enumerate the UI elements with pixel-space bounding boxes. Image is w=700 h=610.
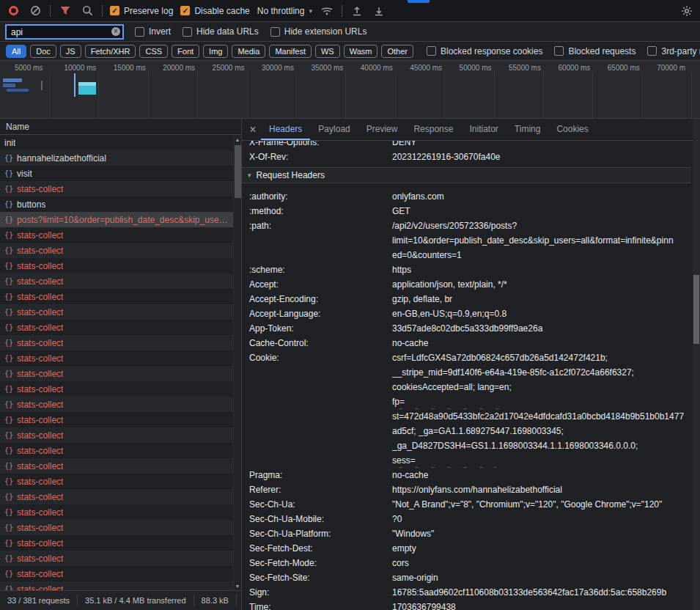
- tab-initiator[interactable]: Initiator: [461, 119, 506, 140]
- request-row[interactable]: {}stats-collect: [0, 366, 233, 381]
- export-har-button[interactable]: [372, 4, 386, 18]
- tab-headers[interactable]: Headers: [261, 119, 310, 140]
- header-name: Referer:: [249, 482, 392, 497]
- details-scrollbar[interactable]: [693, 119, 700, 610]
- close-details-button[interactable]: ×: [245, 123, 261, 136]
- request-row[interactable]: {}buttons: [0, 196, 233, 212]
- request-row[interactable]: {}stats-collect: [0, 350, 233, 366]
- scrollbar-thumb[interactable]: [235, 145, 241, 198]
- filter-chip-css[interactable]: CSS: [139, 45, 168, 58]
- header-name: Sec-Ch-Ua-Platform:: [249, 526, 392, 541]
- request-row[interactable]: init: [0, 135, 233, 150]
- request-row[interactable]: {}stats-collect: [0, 458, 233, 474]
- overview-gridline: [494, 71, 495, 118]
- request-row[interactable]: {}stats-collect: [0, 427, 233, 443]
- request-row[interactable]: {}stats-collect: [0, 443, 233, 458]
- request-row[interactable]: {}stats-collect: [0, 489, 233, 504]
- network-toolbar: ✓ Preserve log ✓ Disable cache No thrott…: [0, 0, 700, 22]
- column-header-name[interactable]: Name: [0, 119, 241, 135]
- invert-checkbox[interactable]: Invert: [135, 26, 171, 37]
- filter-chip-ws[interactable]: WS: [315, 45, 340, 58]
- filter-input[interactable]: [6, 25, 123, 39]
- network-conditions-button[interactable]: [320, 4, 334, 18]
- disable-cache-checkbox[interactable]: ✓ Disable cache: [180, 6, 249, 16]
- overview-activity-bar: [7, 89, 29, 92]
- filter-chip-fetch-xhr[interactable]: Fetch/XHR: [85, 45, 136, 58]
- request-row[interactable]: {}stats-collect: [0, 273, 233, 289]
- filter-chip-wasm[interactable]: Wasm: [344, 45, 378, 58]
- requests-scrollbar[interactable]: ▲ ▼: [233, 136, 241, 590]
- request-row[interactable]: {}stats-collect: [0, 581, 233, 590]
- clear-button[interactable]: [28, 4, 43, 18]
- request-row[interactable]: {}stats-collect: [0, 335, 233, 350]
- request-row[interactable]: {}hannahelizabethofficial: [0, 150, 233, 166]
- checkbox-3rd-party-requests[interactable]: 3rd-party requests: [647, 46, 700, 56]
- record-button[interactable]: [6, 4, 21, 18]
- filter-chip-font[interactable]: Font: [172, 45, 199, 58]
- checkbox-unchecked-icon: [647, 46, 657, 56]
- settings-button[interactable]: [679, 4, 694, 18]
- header-row: X-Frame-Options:DENY: [242, 141, 691, 150]
- request-row[interactable]: {}stats-collect: [0, 320, 233, 335]
- header-row: X-Of-Rev:202312261916-30670fa40e: [242, 150, 691, 164]
- filter-chip-all[interactable]: All: [6, 45, 26, 58]
- request-row[interactable]: {}stats-collect: [0, 566, 233, 581]
- header-value: cors: [392, 556, 691, 570]
- request-row[interactable]: {}posts?limit=10&order=publish_date_desc…: [0, 212, 233, 227]
- request-row[interactable]: {}stats-collect: [0, 535, 233, 551]
- request-row[interactable]: {}stats-collect: [0, 520, 233, 535]
- request-headers-section[interactable]: ▾ Request Headers: [242, 167, 691, 183]
- request-name: stats-collect: [17, 554, 63, 564]
- request-row[interactable]: {}stats-collect: [0, 474, 233, 489]
- scroll-down-icon[interactable]: ▼: [235, 582, 240, 590]
- filter-chip-manifest[interactable]: Manifest: [269, 45, 312, 58]
- header-name: :method:: [249, 204, 392, 218]
- clear-filter-icon[interactable]: ×: [111, 27, 120, 36]
- header-value: 16785:5aad9602cf110608b03133de563642fac1…: [392, 585, 691, 600]
- tab-payload[interactable]: Payload: [310, 119, 358, 140]
- request-row[interactable]: {}stats-collect: [0, 412, 233, 427]
- preserve-log-checkbox[interactable]: ✓ Preserve log: [110, 6, 173, 16]
- request-row[interactable]: {}stats-collect: [0, 289, 233, 304]
- tab-cookies[interactable]: Cookies: [548, 119, 596, 140]
- header-name: Sec-Ch-Ua-Mobile:: [249, 512, 392, 526]
- scrollbar-thumb[interactable]: [693, 275, 699, 344]
- request-row[interactable]: {}stats-collect: [0, 381, 233, 397]
- header-name: Cache-Control:: [249, 336, 392, 350]
- filter-chip-doc[interactable]: Doc: [30, 45, 56, 58]
- request-row[interactable]: {}stats-collect: [0, 227, 233, 243]
- throttling-dropdown[interactable]: No throttling ▾: [257, 6, 312, 16]
- tab-preview[interactable]: Preview: [358, 119, 406, 140]
- request-name: stats-collect: [17, 400, 63, 410]
- header-value: en-GB,en-US;q=0.9,en;q=0.8: [392, 306, 691, 321]
- hide-extension-urls-checkbox[interactable]: Hide extension URLs: [270, 26, 367, 37]
- checkbox-blocked-response-cookies[interactable]: Blocked response cookies: [427, 46, 542, 56]
- hide-data-urls-checkbox[interactable]: Hide data URLs: [183, 26, 259, 37]
- scroll-up-icon[interactable]: ▲: [235, 136, 240, 144]
- filter-toggle-button[interactable]: [58, 4, 73, 18]
- json-braces-icon: {}: [4, 231, 13, 239]
- checkbox-blocked-requests[interactable]: Blocked requests: [554, 46, 635, 56]
- filter-chip-other[interactable]: Other: [381, 45, 413, 58]
- timeline-overview[interactable]: 5000 ms10000 ms15000 ms20000 ms25000 ms3…: [0, 61, 700, 119]
- request-row[interactable]: {}stats-collect: [0, 258, 233, 273]
- filter-chip-js[interactable]: JS: [60, 45, 81, 58]
- request-row[interactable]: {}stats-collect: [0, 243, 233, 258]
- overview-tick-label: 25000 ms: [213, 64, 245, 72]
- tab-timing[interactable]: Timing: [506, 119, 549, 140]
- header-row: :authority:onlyfans.com: [242, 189, 691, 204]
- json-braces-icon: {}: [4, 493, 13, 501]
- request-row[interactable]: {}stats-collect: [0, 397, 233, 412]
- filter-chip-img[interactable]: Img: [203, 45, 228, 58]
- request-name: stats-collect: [17, 230, 63, 240]
- import-har-button[interactable]: [350, 4, 364, 18]
- search-button[interactable]: [80, 4, 95, 18]
- filter-chip-media[interactable]: Media: [232, 45, 265, 58]
- request-row[interactable]: {}stats-collect: [0, 181, 233, 196]
- request-row[interactable]: {}visit: [0, 166, 233, 181]
- request-name: stats-collect: [17, 292, 63, 302]
- request-row[interactable]: {}stats-collect: [0, 504, 233, 520]
- request-row[interactable]: {}stats-collect: [0, 551, 233, 566]
- tab-response[interactable]: Response: [405, 119, 461, 140]
- request-row[interactable]: {}stats-collect: [0, 304, 233, 320]
